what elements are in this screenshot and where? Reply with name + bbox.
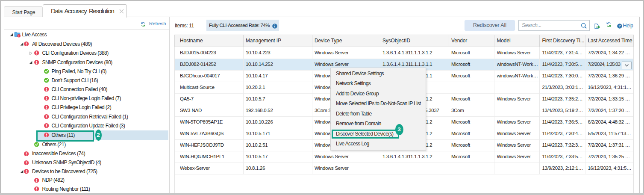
svg-text:?: ? [618,24,620,28]
